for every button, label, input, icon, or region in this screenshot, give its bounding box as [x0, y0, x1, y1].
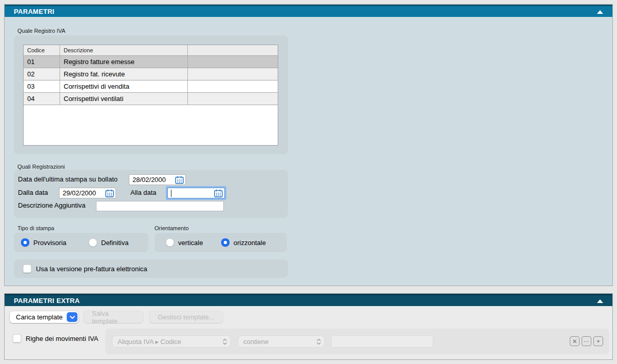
panel-title: PARAMETRI EXTRA: [14, 297, 80, 305]
chevron-down-icon[interactable]: [67, 312, 78, 322]
cell-codice: 01: [24, 56, 60, 68]
x-icon: ✕: [572, 338, 577, 345]
radio-on-icon[interactable]: [221, 238, 229, 247]
label-alla-data: Alla data: [130, 189, 157, 196]
calendar-icon[interactable]: [214, 189, 223, 197]
more-options-button[interactable]: …: [582, 336, 591, 346]
group-quali-registrazioni: Data dell'ultima stampa su bollato 28/02…: [14, 170, 288, 218]
radio-definitiva[interactable]: Definitiva: [89, 238, 128, 247]
cell-codice: 04: [24, 93, 60, 105]
plus-icon: +: [596, 338, 600, 345]
table-row[interactable]: 04 Corrispettivi ventilati: [24, 93, 278, 105]
radio-off-icon[interactable]: [166, 238, 174, 247]
group-orientamento: verticale orizzontale: [155, 233, 287, 252]
filter-operator-select[interactable]: contiene: [238, 336, 324, 347]
collapse-arrow-icon[interactable]: [597, 299, 603, 303]
panel-parametri-header[interactable]: PARAMETRI: [5, 5, 612, 17]
checkbox-pre-fattura[interactable]: Usa la versione pre-fattura elettronica: [23, 265, 147, 273]
panel-parametri-extra: PARAMETRI EXTRA Carica template Salva te…: [4, 293, 613, 360]
select-arrows-icon: [317, 338, 321, 345]
label-descrizione-aggiuntiva: Descrizione Aggiuntiva: [18, 201, 86, 209]
column-header-empty: [188, 45, 278, 55]
checkbox-unchecked-icon[interactable]: [23, 265, 31, 273]
cell-descrizione: Corrispettivi ventilati: [60, 93, 188, 105]
calendar-icon[interactable]: [175, 176, 184, 184]
panel-parametri: PARAMETRI Quale Registro IVA Codice Desc…: [4, 4, 613, 286]
radio-off-icon[interactable]: [89, 238, 97, 247]
label-dalla-data: Dalla data: [18, 189, 48, 196]
table-row[interactable]: 02 Registro fat. ricevute: [24, 68, 278, 80]
text-caret: [171, 190, 171, 197]
cell-descrizione: Corrispettivi di vendita: [60, 80, 188, 92]
group-pre-fattura: Usa la versione pre-fattura elettronica: [14, 259, 288, 278]
registro-iva-table: Codice Descrizione 01 Registro fatture e…: [23, 45, 278, 146]
section-label-quali-registrazioni: Quali Registrazioni: [17, 164, 65, 170]
gestisci-template-button[interactable]: Gestisci template...: [149, 311, 223, 323]
dalla-data-date-field[interactable]: 29/02/2000: [59, 188, 116, 198]
radio-orizzontale[interactable]: orizzontale: [221, 238, 266, 247]
cell-descrizione: Registro fatture emesse: [60, 56, 188, 68]
filter-field-select[interactable]: Aliquota IVA ▸ Codice: [112, 336, 230, 347]
section-label-quale-registro: Quale Registro IVA: [17, 28, 65, 34]
filter-value-input[interactable]: [332, 336, 433, 347]
clear-filter-button[interactable]: ✕: [570, 336, 580, 346]
date-value: 28/02/2000: [132, 176, 166, 184]
descrizione-aggiuntiva-input[interactable]: [96, 201, 224, 211]
filter-action-buttons: ✕ … +: [570, 336, 603, 346]
select-arrows-icon: [223, 338, 227, 345]
radio-on-icon[interactable]: [21, 238, 29, 247]
collapse-arrow-icon[interactable]: [597, 10, 603, 14]
label-ultima-stampa: Data dell'ultima stampa su bollato: [18, 175, 118, 183]
section-label-orientamento: Orientamento: [155, 225, 189, 231]
radio-verticale[interactable]: verticale: [166, 238, 203, 247]
carica-template-button[interactable]: Carica template: [10, 311, 79, 323]
alla-data-date-field[interactable]: [167, 188, 225, 198]
add-filter-button[interactable]: +: [593, 336, 603, 346]
panel-title: PARAMETRI: [14, 8, 54, 15]
radio-provvisoria[interactable]: Provvisoria: [21, 238, 66, 247]
iva-filter-row: Aliquota IVA ▸ Codice contiene ✕ … +: [105, 329, 609, 354]
column-header-codice[interactable]: Codice: [24, 45, 60, 55]
cell-codice: 03: [24, 80, 60, 92]
cell-codice: 02: [24, 68, 60, 80]
table-header-row: Codice Descrizione: [24, 45, 278, 56]
panel-extra-header[interactable]: PARAMETRI EXTRA: [5, 294, 612, 306]
column-header-descrizione[interactable]: Descrizione: [60, 45, 188, 55]
group-tipo-stampa: Provvisoria Definitiva: [14, 233, 148, 252]
checkbox-righe-movimenti-iva[interactable]: Righe dei movimenti IVA: [13, 334, 98, 342]
date-value: 29/02/2000: [63, 189, 96, 197]
cell-descrizione: Registro fat. ricevute: [60, 68, 188, 80]
section-label-tipo-stampa: Tipo di stampa: [17, 225, 54, 231]
table-row[interactable]: 01 Registro fatture emesse: [24, 56, 278, 68]
table-row[interactable]: 03 Corrispettivi di vendita: [24, 80, 278, 93]
checkbox-unchecked-icon[interactable]: [13, 334, 21, 342]
ultima-stampa-date-field[interactable]: 28/02/2000: [129, 174, 186, 185]
calendar-icon[interactable]: [105, 189, 114, 197]
salva-template-button[interactable]: Salva template: [84, 311, 143, 323]
ellipsis-icon: …: [583, 336, 590, 343]
